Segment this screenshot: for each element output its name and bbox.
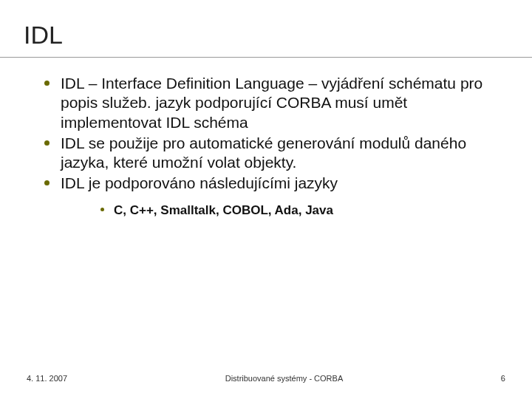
- slide-title: IDL: [24, 21, 508, 50]
- list-item: C, C++, Smalltalk, COBOL, Ada, Java: [98, 202, 508, 218]
- list-item: IDL je podporováno následujícími jazyky …: [40, 174, 508, 218]
- slide-footer: 4. 11. 2007 Distribuované systémy - CORB…: [0, 374, 532, 383]
- sub-bullet-list: C, C++, Smalltalk, COBOL, Ada, Java: [61, 202, 508, 218]
- main-bullet-list: IDL – Interface Definition Language – vy…: [24, 74, 508, 218]
- footer-title: Distribuované systémy - CORBA: [225, 374, 344, 383]
- title-divider: [0, 57, 532, 58]
- footer-date: 4. 11. 2007: [27, 374, 67, 383]
- list-item-text: IDL je podporováno následujícími jazyky: [61, 174, 338, 191]
- list-item: IDL se použije pro automatické generován…: [40, 134, 508, 173]
- list-item: IDL – Interface Definition Language – vy…: [40, 74, 508, 132]
- slide-number: 6: [501, 374, 505, 383]
